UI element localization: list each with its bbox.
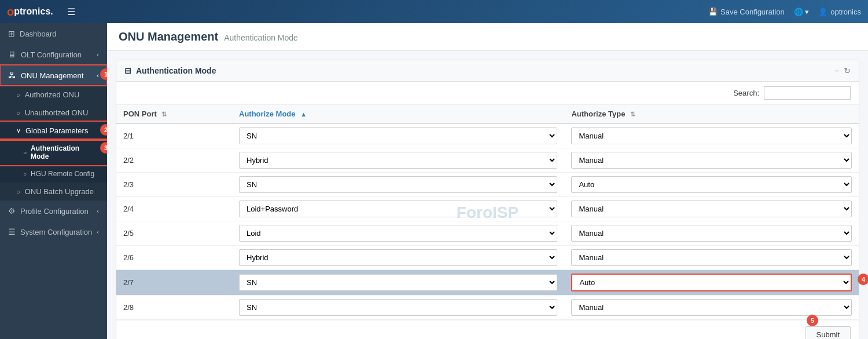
sidebar-item-unauthorized-onu[interactable]: ○ Unauthorized ONU (0, 104, 107, 122)
sidebar-item-authorized-onu[interactable]: ○ Authorized ONU (0, 86, 107, 104)
pon-port-cell: 2/4 (116, 197, 232, 221)
auth-mode-icon: ○ (23, 150, 27, 156)
table-row: 2/2SNHybridLoid+PasswordLoidPasswordManu… (116, 148, 859, 173)
refresh-button[interactable]: ↻ (844, 66, 851, 75)
sidebar-label-olt: OLT Configuration (21, 50, 82, 59)
table-row: 2/1SNHybridLoid+PasswordLoidPasswordManu… (116, 123, 859, 148)
sidebar-item-olt-config[interactable]: 🖥 OLT Configuration ‹ (0, 44, 107, 65)
sidebar-item-hgu-remote[interactable]: ○ HGU Remote Config (0, 165, 107, 183)
authorize-type-sort-icon: ⇅ (630, 111, 635, 118)
authorize-mode-select[interactable]: SNHybridLoid+PasswordLoidPassword (239, 127, 557, 144)
authorize-mode-cell: SNHybridLoid+PasswordLoidPassword (232, 148, 564, 173)
profile-arrow-icon: ‹ (97, 207, 99, 214)
user-info[interactable]: 👤 optronics (818, 8, 861, 16)
sidebar-label-onu-batch: ONU Batch Upgrade (25, 187, 94, 196)
authorize-mode-select[interactable]: SNHybridLoid+PasswordLoidPassword (239, 176, 557, 193)
logo-o: o (7, 5, 14, 19)
sidebar-label-system: System Configuration (20, 228, 92, 236)
sidebar-item-onu-batch[interactable]: ○ ONU Batch Upgrade (0, 183, 107, 201)
col-pon-port[interactable]: PON Port ⇅ (116, 105, 232, 123)
annotation-badge-5: 5 (807, 315, 818, 326)
authorize-type-select[interactable]: ManualAuto (571, 127, 852, 144)
sidebar-label-unauthorized-onu: Unauthorized ONU (25, 108, 89, 117)
authorize-type-select[interactable]: ManualAuto (571, 201, 852, 217)
search-label: Search: (733, 89, 759, 97)
unauthorized-onu-icon: ○ (16, 110, 20, 116)
auth-mode-table: PON Port ⇅ Authorize Mode ▲ Authorize Ty… (116, 105, 859, 320)
system-icon: ☰ (8, 227, 16, 236)
sidebar-item-dashboard[interactable]: ⊞ Dashboard (0, 23, 107, 44)
page-subtitle: Authentication Mode (224, 33, 298, 42)
submit-button[interactable]: Submit (806, 326, 851, 339)
authorize-mode-sort-icon: ▲ (300, 111, 307, 118)
pon-port-cell: 2/7 (116, 270, 232, 296)
onu-sub-menu: ○ Authorized ONU ○ Unauthorized ONU ∨ Gl… (0, 86, 107, 201)
hamburger-icon[interactable]: ☰ (67, 6, 75, 17)
authorize-type-select[interactable]: ManualAuto (571, 225, 852, 242)
authorized-onu-icon: ○ (16, 92, 20, 99)
pon-port-cell: 2/8 (116, 296, 232, 320)
pon-port-cell: 2/1 (116, 123, 232, 148)
authorize-mode-cell: SNHybridLoid+PasswordLoidPassword (232, 296, 564, 320)
authorize-type-cell: ManualAuto (564, 123, 859, 148)
layout: ⊞ Dashboard 🖥 OLT Configuration ‹ 🖧 ONU … (0, 23, 868, 339)
auth-mode-container: ○ Authentication Mode 3 (0, 140, 107, 165)
global-params-container: ∨ Global Parameters 2 (0, 122, 107, 140)
authorize-mode-cell: SNHybridLoid+PasswordLoidPassword (232, 123, 564, 148)
authorize-type-cell: ManualAuto (564, 246, 859, 270)
authorize-type-select[interactable]: ManualAuto (571, 152, 852, 169)
search-input[interactable] (764, 86, 851, 100)
sidebar-item-system-config[interactable]: ☰ System Configuration ‹ (0, 221, 107, 242)
table-header: PON Port ⇅ Authorize Mode ▲ Authorize Ty… (116, 105, 859, 123)
authorize-mode-select[interactable]: SNHybridLoid+PasswordLoidPassword (239, 225, 557, 242)
minimize-button[interactable]: − (834, 66, 839, 75)
profile-icon: ⚙ (8, 206, 16, 216)
sidebar-item-auth-mode[interactable]: ○ Authentication Mode (0, 140, 107, 165)
sidebar: ⊞ Dashboard 🖥 OLT Configuration ‹ 🖧 ONU … (0, 23, 107, 339)
authorize-mode-cell: SNHybridLoid+PasswordLoidPassword (232, 197, 564, 221)
sidebar-label-dashboard: Dashboard (20, 30, 57, 38)
submit-area: 5 Submit (116, 320, 859, 339)
user-icon: 👤 (818, 8, 827, 16)
panel-header-right: − ↻ (834, 66, 851, 75)
authorize-mode-select[interactable]: SNHybridLoid+PasswordLoidPassword (239, 201, 557, 217)
authorize-type-cell: ManualAuto (564, 173, 859, 197)
col-authorize-type[interactable]: Authorize Type ⇅ (564, 105, 859, 123)
save-config-button[interactable]: 💾 Save Configuration (708, 8, 785, 16)
authorize-mode-select[interactable]: SNHybridLoid+PasswordLoidPassword (239, 299, 557, 316)
authorize-mode-select[interactable]: SNHybridLoid+PasswordLoidPassword (239, 152, 557, 169)
col-authorize-mode[interactable]: Authorize Mode ▲ (232, 105, 564, 123)
globe-icon[interactable]: 🌐 ▾ (794, 8, 810, 16)
logo-tronics: ptronics. (14, 6, 53, 17)
topnav: o ptronics. ☰ 💾 Save Configuration 🌐 ▾ 👤… (0, 0, 868, 23)
authorize-mode-select[interactable]: SNHybridLoid+PasswordLoidPassword (239, 274, 557, 291)
hgu-remote-icon: ○ (23, 171, 27, 177)
table-row: 2/4SNHybridLoid+PasswordLoidPasswordManu… (116, 197, 859, 221)
pon-port-sort-icon: ⇅ (161, 111, 167, 118)
table-row: 2/8SNHybridLoid+PasswordLoidPasswordManu… (116, 296, 859, 320)
dashboard-icon: ⊞ (8, 29, 15, 38)
authorize-type-select[interactable]: ManualAuto (571, 299, 852, 316)
user-label: optronics (830, 8, 861, 16)
authorize-type-select[interactable]: ManualAuto (571, 249, 852, 266)
sidebar-label-hgu-remote: HGU Remote Config (31, 170, 94, 178)
onu-arrow-icon: ‹ (97, 72, 99, 79)
authorize-type-select[interactable]: ManualAuto (571, 274, 852, 291)
page-header: ONU Management Authentication Mode (107, 23, 868, 51)
floppy-icon: 💾 (708, 8, 718, 16)
table-body: 2/1SNHybridLoid+PasswordLoidPasswordManu… (116, 123, 859, 320)
sidebar-item-global-params[interactable]: ∨ Global Parameters (0, 122, 107, 140)
sidebar-label-global-params: Global Parameters (25, 126, 88, 135)
authorize-type-select[interactable]: ManualAuto (571, 176, 852, 193)
authorize-type-cell: ManualAuto4 (564, 270, 859, 296)
authorize-mode-cell: SNHybridLoid+PasswordLoidPassword (232, 270, 564, 296)
pon-port-cell: 2/5 (116, 221, 232, 246)
global-params-sub: ○ Authentication Mode 3 ○ HGU Remote Con… (0, 140, 107, 183)
table-row: 2/3SNHybridLoid+PasswordLoidPasswordManu… (116, 173, 859, 197)
save-config-label: Save Configuration (720, 8, 785, 16)
annotation-badge-4: 4 (858, 274, 868, 285)
sidebar-item-profile-config[interactable]: ⚙ Profile Configuration ‹ (0, 201, 107, 221)
authorize-mode-cell: SNHybridLoid+PasswordLoidPassword (232, 173, 564, 197)
authorize-mode-select[interactable]: SNHybridLoid+PasswordLoidPassword (239, 249, 557, 266)
sidebar-item-onu-management[interactable]: 🖧 ONU Management ‹ (0, 65, 107, 86)
